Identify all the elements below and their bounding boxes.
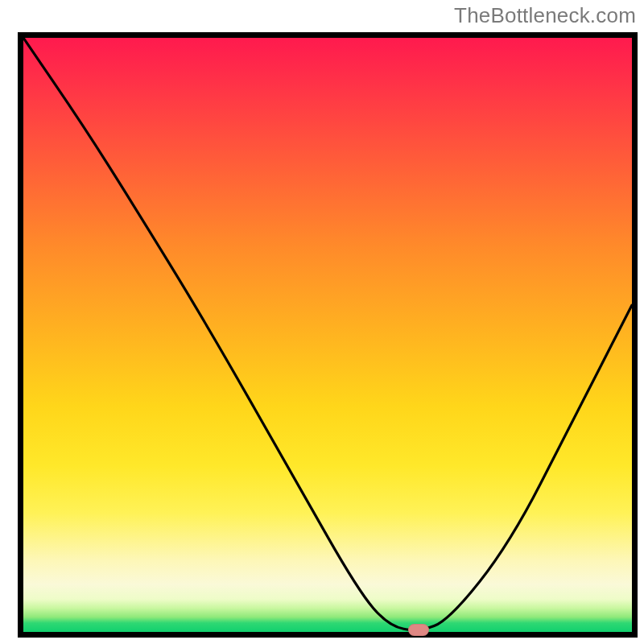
chart-plot-area xyxy=(18,32,638,638)
bottleneck-curve xyxy=(23,38,632,632)
minimum-marker xyxy=(408,624,429,636)
chart-container xyxy=(12,27,632,632)
watermark-text: TheBottleneck.com xyxy=(454,3,636,28)
